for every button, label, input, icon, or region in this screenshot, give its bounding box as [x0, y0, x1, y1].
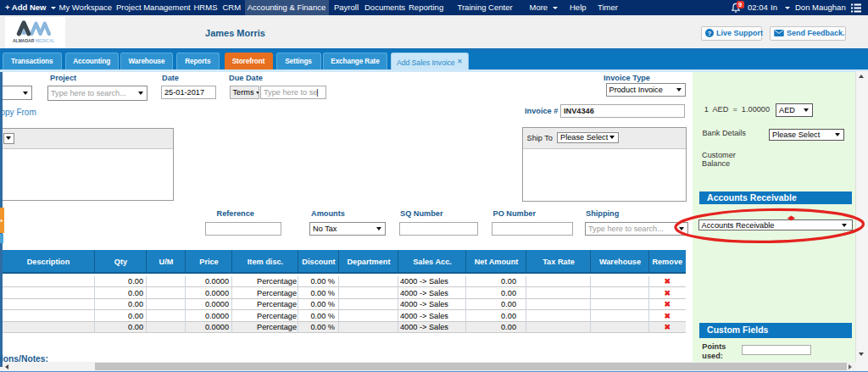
- svg-text:?: ?: [708, 30, 712, 37]
